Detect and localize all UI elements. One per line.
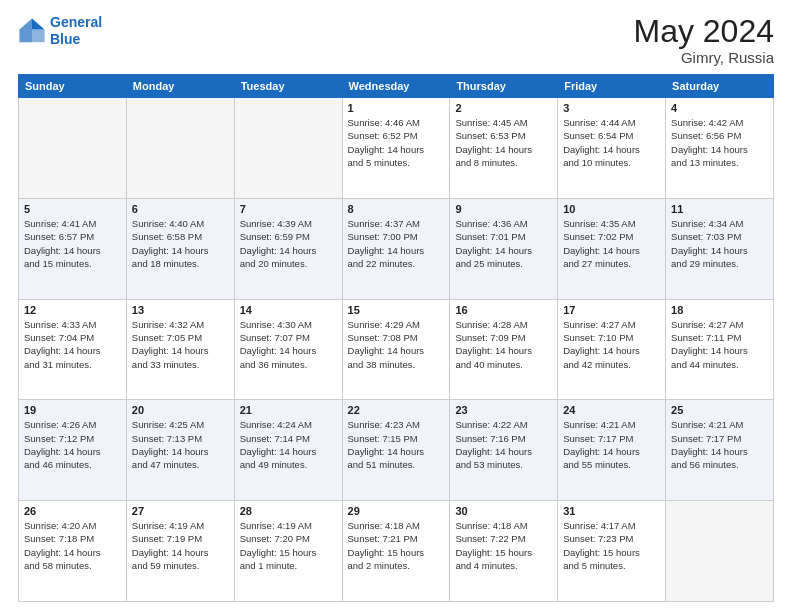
- calendar-cell: 16Sunrise: 4:28 AMSunset: 7:09 PMDayligh…: [450, 299, 558, 400]
- calendar-header-thursday: Thursday: [450, 75, 558, 98]
- calendar-cell: 17Sunrise: 4:27 AMSunset: 7:10 PMDayligh…: [558, 299, 666, 400]
- calendar-cell: 25Sunrise: 4:21 AMSunset: 7:17 PMDayligh…: [666, 400, 774, 501]
- calendar-header-monday: Monday: [126, 75, 234, 98]
- day-number: 22: [348, 404, 445, 416]
- day-info: Sunrise: 4:22 AMSunset: 7:16 PMDaylight:…: [455, 418, 552, 471]
- calendar-cell: 6Sunrise: 4:40 AMSunset: 6:58 PMDaylight…: [126, 198, 234, 299]
- day-number: 15: [348, 304, 445, 316]
- calendar-cell: 10Sunrise: 4:35 AMSunset: 7:02 PMDayligh…: [558, 198, 666, 299]
- day-number: 28: [240, 505, 337, 517]
- day-number: 16: [455, 304, 552, 316]
- calendar-week-row: 26Sunrise: 4:20 AMSunset: 7:18 PMDayligh…: [19, 501, 774, 602]
- day-number: 8: [348, 203, 445, 215]
- page: General Blue May 2024 Gimry, Russia Sund…: [0, 0, 792, 612]
- day-number: 2: [455, 102, 552, 114]
- day-info: Sunrise: 4:45 AMSunset: 6:53 PMDaylight:…: [455, 116, 552, 169]
- day-info: Sunrise: 4:21 AMSunset: 7:17 PMDaylight:…: [671, 418, 768, 471]
- day-info: Sunrise: 4:41 AMSunset: 6:57 PMDaylight:…: [24, 217, 121, 270]
- day-info: Sunrise: 4:26 AMSunset: 7:12 PMDaylight:…: [24, 418, 121, 471]
- calendar-cell: 11Sunrise: 4:34 AMSunset: 7:03 PMDayligh…: [666, 198, 774, 299]
- day-info: Sunrise: 4:40 AMSunset: 6:58 PMDaylight:…: [132, 217, 229, 270]
- calendar-cell: 8Sunrise: 4:37 AMSunset: 7:00 PMDaylight…: [342, 198, 450, 299]
- day-info: Sunrise: 4:18 AMSunset: 7:21 PMDaylight:…: [348, 519, 445, 572]
- calendar-cell: [666, 501, 774, 602]
- calendar-header-sunday: Sunday: [19, 75, 127, 98]
- calendar-cell: 19Sunrise: 4:26 AMSunset: 7:12 PMDayligh…: [19, 400, 127, 501]
- calendar-cell: 27Sunrise: 4:19 AMSunset: 7:19 PMDayligh…: [126, 501, 234, 602]
- day-number: 17: [563, 304, 660, 316]
- day-info: Sunrise: 4:25 AMSunset: 7:13 PMDaylight:…: [132, 418, 229, 471]
- calendar-header-friday: Friday: [558, 75, 666, 98]
- day-info: Sunrise: 4:36 AMSunset: 7:01 PMDaylight:…: [455, 217, 552, 270]
- calendar-cell: 22Sunrise: 4:23 AMSunset: 7:15 PMDayligh…: [342, 400, 450, 501]
- day-info: Sunrise: 4:27 AMSunset: 7:10 PMDaylight:…: [563, 318, 660, 371]
- day-info: Sunrise: 4:24 AMSunset: 7:14 PMDaylight:…: [240, 418, 337, 471]
- day-number: 4: [671, 102, 768, 114]
- day-info: Sunrise: 4:23 AMSunset: 7:15 PMDaylight:…: [348, 418, 445, 471]
- header: General Blue May 2024 Gimry, Russia: [0, 0, 792, 74]
- calendar-cell: 12Sunrise: 4:33 AMSunset: 7:04 PMDayligh…: [19, 299, 127, 400]
- svg-marker-0: [32, 18, 45, 29]
- day-number: 7: [240, 203, 337, 215]
- calendar-cell: 5Sunrise: 4:41 AMSunset: 6:57 PMDaylight…: [19, 198, 127, 299]
- svg-marker-1: [32, 29, 45, 42]
- calendar-table: SundayMondayTuesdayWednesdayThursdayFrid…: [18, 74, 774, 602]
- day-info: Sunrise: 4:46 AMSunset: 6:52 PMDaylight:…: [348, 116, 445, 169]
- calendar-week-row: 5Sunrise: 4:41 AMSunset: 6:57 PMDaylight…: [19, 198, 774, 299]
- day-number: 23: [455, 404, 552, 416]
- main-title: May 2024: [633, 14, 774, 49]
- day-info: Sunrise: 4:37 AMSunset: 7:00 PMDaylight:…: [348, 217, 445, 270]
- calendar-cell: 31Sunrise: 4:17 AMSunset: 7:23 PMDayligh…: [558, 501, 666, 602]
- day-number: 18: [671, 304, 768, 316]
- day-info: Sunrise: 4:17 AMSunset: 7:23 PMDaylight:…: [563, 519, 660, 572]
- calendar-cell: 26Sunrise: 4:20 AMSunset: 7:18 PMDayligh…: [19, 501, 127, 602]
- day-info: Sunrise: 4:29 AMSunset: 7:08 PMDaylight:…: [348, 318, 445, 371]
- day-number: 30: [455, 505, 552, 517]
- calendar-header-tuesday: Tuesday: [234, 75, 342, 98]
- sub-title: Gimry, Russia: [633, 49, 774, 66]
- calendar-header-saturday: Saturday: [666, 75, 774, 98]
- calendar-cell: 28Sunrise: 4:19 AMSunset: 7:20 PMDayligh…: [234, 501, 342, 602]
- calendar-cell: 21Sunrise: 4:24 AMSunset: 7:14 PMDayligh…: [234, 400, 342, 501]
- calendar-cell: 24Sunrise: 4:21 AMSunset: 7:17 PMDayligh…: [558, 400, 666, 501]
- day-number: 9: [455, 203, 552, 215]
- day-info: Sunrise: 4:32 AMSunset: 7:05 PMDaylight:…: [132, 318, 229, 371]
- day-number: 11: [671, 203, 768, 215]
- calendar-cell: 3Sunrise: 4:44 AMSunset: 6:54 PMDaylight…: [558, 98, 666, 199]
- day-number: 25: [671, 404, 768, 416]
- calendar-cell: 9Sunrise: 4:36 AMSunset: 7:01 PMDaylight…: [450, 198, 558, 299]
- day-number: 1: [348, 102, 445, 114]
- day-number: 21: [240, 404, 337, 416]
- day-number: 6: [132, 203, 229, 215]
- day-number: 12: [24, 304, 121, 316]
- day-number: 20: [132, 404, 229, 416]
- day-number: 27: [132, 505, 229, 517]
- calendar-cell: 29Sunrise: 4:18 AMSunset: 7:21 PMDayligh…: [342, 501, 450, 602]
- calendar-cell: 30Sunrise: 4:18 AMSunset: 7:22 PMDayligh…: [450, 501, 558, 602]
- calendar-cell: 4Sunrise: 4:42 AMSunset: 6:56 PMDaylight…: [666, 98, 774, 199]
- title-block: May 2024 Gimry, Russia: [633, 14, 774, 66]
- calendar-cell: [126, 98, 234, 199]
- logo: General Blue: [18, 14, 102, 48]
- day-info: Sunrise: 4:19 AMSunset: 7:19 PMDaylight:…: [132, 519, 229, 572]
- logo-icon: [18, 17, 46, 45]
- day-number: 5: [24, 203, 121, 215]
- svg-marker-2: [19, 18, 32, 42]
- calendar-week-row: 12Sunrise: 4:33 AMSunset: 7:04 PMDayligh…: [19, 299, 774, 400]
- day-info: Sunrise: 4:20 AMSunset: 7:18 PMDaylight:…: [24, 519, 121, 572]
- day-info: Sunrise: 4:42 AMSunset: 6:56 PMDaylight:…: [671, 116, 768, 169]
- logo-text: General Blue: [50, 14, 102, 48]
- day-number: 19: [24, 404, 121, 416]
- calendar-cell: 18Sunrise: 4:27 AMSunset: 7:11 PMDayligh…: [666, 299, 774, 400]
- day-number: 26: [24, 505, 121, 517]
- calendar-cell: [234, 98, 342, 199]
- day-number: 3: [563, 102, 660, 114]
- calendar-cell: 1Sunrise: 4:46 AMSunset: 6:52 PMDaylight…: [342, 98, 450, 199]
- calendar-cell: 2Sunrise: 4:45 AMSunset: 6:53 PMDaylight…: [450, 98, 558, 199]
- calendar-cell: 7Sunrise: 4:39 AMSunset: 6:59 PMDaylight…: [234, 198, 342, 299]
- calendar-header-wednesday: Wednesday: [342, 75, 450, 98]
- calendar-cell: 20Sunrise: 4:25 AMSunset: 7:13 PMDayligh…: [126, 400, 234, 501]
- day-number: 13: [132, 304, 229, 316]
- day-info: Sunrise: 4:18 AMSunset: 7:22 PMDaylight:…: [455, 519, 552, 572]
- day-info: Sunrise: 4:21 AMSunset: 7:17 PMDaylight:…: [563, 418, 660, 471]
